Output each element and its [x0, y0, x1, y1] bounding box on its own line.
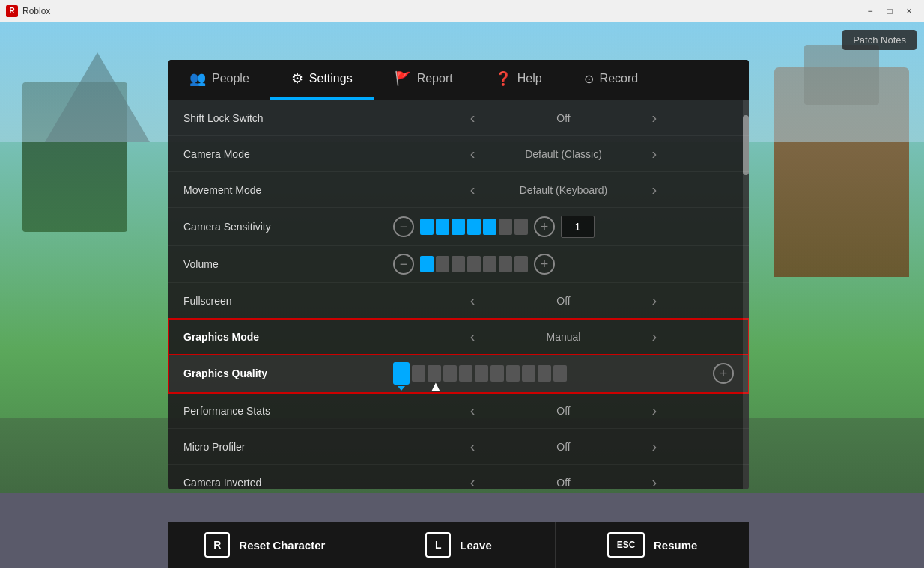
setting-camera-sensitivity: Camera Sensitivity − + [168, 208, 749, 246]
camera-mode-value: Default (Classic) [489, 148, 639, 160]
scroll-track[interactable] [743, 100, 749, 489]
gq-seg-2 [428, 365, 441, 382]
performance-stats-control: ‹ Off › [393, 402, 734, 419]
movement-mode-value: Default (Keyboard) [489, 184, 639, 196]
camera-mode-control: ‹ Default (Classic) › [393, 145, 734, 162]
close-button[interactable]: × [900, 4, 918, 19]
tab-help[interactable]: ❓ Help [474, 60, 563, 100]
fullscreen-control: ‹ Off › [393, 292, 734, 309]
movement-mode-label: Movement Mode [183, 184, 393, 196]
resume-button[interactable]: ESC Resume [556, 522, 749, 568]
shift-lock-control: ‹ Off › [393, 109, 734, 126]
gq-plus-button[interactable]: + [713, 363, 734, 384]
graphics-mode-arrow-left[interactable]: ‹ [464, 328, 481, 345]
bottom-bar: R Reset Character L Leave ESC Resume [168, 522, 749, 568]
micro-profiler-arrow-right[interactable]: › [646, 438, 663, 455]
scroll-thumb[interactable] [743, 115, 749, 175]
performance-stats-arrow-left[interactable]: ‹ [464, 402, 481, 419]
graphics-mode-control: ‹ Manual › [393, 328, 734, 345]
gq-thumb[interactable] [393, 362, 410, 385]
patch-notes-button[interactable]: Patch Notes [842, 30, 917, 50]
camera-mode-arrow-right[interactable]: › [646, 145, 663, 162]
settings-content: Shift Lock Switch ‹ Off › Camera Mode ‹ … [168, 100, 749, 489]
setting-performance-stats: Performance Stats ‹ Off › [168, 393, 749, 429]
app-icon: R [6, 5, 18, 17]
sens-bar-5 [483, 219, 496, 235]
volume-plus-button[interactable]: + [534, 254, 555, 275]
leave-button[interactable]: L Leave [362, 522, 556, 568]
resume-key-badge: ESC [607, 532, 645, 558]
micro-profiler-value: Off [489, 441, 639, 453]
gq-seg-6 [490, 365, 504, 382]
gq-seg-3 [443, 365, 457, 382]
shift-lock-label: Shift Lock Switch [183, 112, 393, 124]
volume-label: Volume [183, 258, 393, 270]
minimize-button[interactable]: − [861, 4, 879, 19]
camera-mode-arrow-left[interactable]: ‹ [464, 145, 481, 162]
movement-mode-arrow-right[interactable]: › [646, 181, 663, 198]
performance-stats-label: Performance Stats [183, 405, 393, 417]
title-bar: R Roblox − □ × [0, 0, 924, 22]
micro-profiler-arrow-left[interactable]: ‹ [464, 438, 481, 455]
title-bar-left: R Roblox [6, 5, 50, 17]
camera-sensitivity-control: − + [393, 216, 734, 238]
tab-settings-label: Settings [309, 72, 353, 85]
micro-profiler-label: Micro Profiler [183, 441, 393, 453]
setting-micro-profiler: Micro Profiler ‹ Off › [168, 429, 749, 465]
sens-bar-3 [452, 219, 465, 235]
gq-seg-10 [553, 365, 567, 382]
camera-inverted-label: Camera Inverted [183, 477, 393, 489]
graphics-quality-label: Graphics Quality [183, 367, 393, 379]
record-icon: ⊙ [584, 72, 594, 86]
sens-bar-4 [467, 219, 481, 235]
setting-movement-mode: Movement Mode ‹ Default (Keyboard) › [168, 172, 749, 208]
tab-report[interactable]: 🚩 Report [374, 60, 474, 100]
shift-lock-arrow-left[interactable]: ‹ [464, 109, 481, 126]
sensitivity-plus-button[interactable]: + [534, 216, 555, 237]
setting-graphics-mode: Graphics Mode ‹ Manual › [168, 319, 749, 355]
tab-people-label: People [212, 72, 249, 85]
performance-stats-arrow-right[interactable]: › [646, 402, 663, 419]
sensitivity-bars [420, 219, 528, 235]
resume-label: Resume [654, 539, 697, 552]
tab-record[interactable]: ⊙ Record [563, 60, 660, 100]
settings-icon: ⚙ [291, 70, 303, 87]
volume-minus-button[interactable]: − [393, 254, 414, 275]
volume-control: − + [393, 254, 734, 275]
tab-people[interactable]: 👥 People [168, 60, 270, 100]
reset-character-button[interactable]: R Reset Character [168, 522, 362, 568]
leave-key-badge: L [425, 532, 451, 558]
graphics-quality-control: + ▲ [393, 362, 734, 385]
camera-inverted-arrow-right[interactable]: › [646, 474, 663, 489]
graphics-mode-value: Manual [489, 331, 639, 343]
vol-bar-4 [467, 256, 481, 272]
tab-bar: 👥 People ⚙ Settings 🚩 Report ❓ Help ⊙ Re… [168, 60, 749, 100]
gq-slider[interactable] [393, 362, 707, 385]
setting-camera-inverted: Camera Inverted ‹ Off › [168, 465, 749, 489]
tab-settings[interactable]: ⚙ Settings [270, 60, 374, 100]
performance-stats-value: Off [489, 405, 639, 417]
gq-seg-7 [506, 365, 520, 382]
sensitivity-minus-button[interactable]: − [393, 216, 414, 237]
sensitivity-number-input[interactable] [561, 216, 595, 238]
fullscreen-value: Off [489, 295, 639, 307]
vol-bar-2 [436, 256, 449, 272]
report-icon: 🚩 [395, 70, 411, 87]
setting-graphics-quality: Graphics Quality [168, 355, 749, 393]
sens-bar-6 [499, 219, 512, 235]
tab-report-label: Report [417, 72, 453, 85]
volume-bars [420, 256, 528, 272]
sens-bar-7 [514, 219, 528, 235]
fullscreen-arrow-right[interactable]: › [646, 292, 663, 309]
shift-lock-arrow-right[interactable]: › [646, 109, 663, 126]
graphics-mode-arrow-right[interactable]: › [646, 328, 663, 345]
vol-bar-5 [483, 256, 496, 272]
tab-record-label: Record [600, 72, 639, 85]
movement-mode-arrow-left[interactable]: ‹ [464, 181, 481, 198]
fullscreen-arrow-left[interactable]: ‹ [464, 292, 481, 309]
reset-character-label: Reset Character [239, 539, 325, 552]
camera-inverted-arrow-left[interactable]: ‹ [464, 474, 481, 489]
people-icon: 👥 [189, 70, 206, 87]
maximize-button[interactable]: □ [881, 4, 899, 19]
gq-seg-5 [475, 365, 488, 382]
